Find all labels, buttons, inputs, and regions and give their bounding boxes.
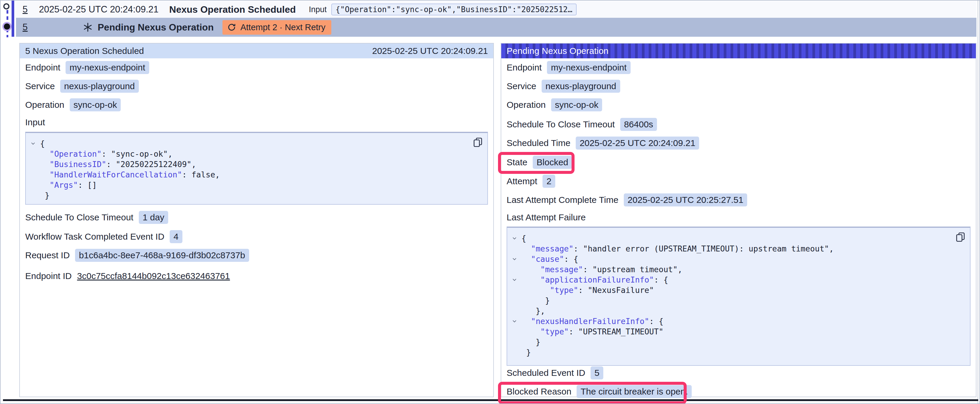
event-title: Nexus Operation Scheduled	[169, 4, 296, 15]
blocked-reason-value-chip: The circuit breaker is open.	[577, 385, 692, 398]
retry-icon	[227, 23, 236, 32]
code-line-text: {	[40, 138, 45, 149]
field-label: Operation	[25, 100, 64, 110]
field-operation: Operation sync-op-ok	[25, 98, 121, 112]
field-value-chip: 2025-02-25 UTC 20:25:27.51	[624, 193, 747, 206]
code-line-text: }	[522, 295, 550, 306]
code-line-text: "type": "NexusFailure"	[522, 285, 654, 295]
field-label: Schedule To Close Timeout	[507, 119, 615, 130]
code-gutter	[507, 244, 522, 254]
code-line-text: "Args": []	[40, 180, 97, 190]
field-label: Scheduled Event ID	[507, 368, 585, 378]
collapse-chevron-icon[interactable]	[26, 138, 40, 149]
event-row-scheduled[interactable]: 5 2025-02-25 UTC 20:24:09.21 Nexus Opera…	[16, 1, 977, 18]
retry-badge-label: Attempt 2 · Next Retry	[240, 22, 325, 32]
event-row-pending[interactable]: 5 Pending Nexus Operation Attempt 2 · Ne…	[16, 18, 977, 37]
code-gutter	[507, 295, 522, 306]
pending-asterisk-icon	[83, 22, 93, 32]
code-line-text: "cause": {	[522, 254, 578, 264]
field-label: Last Attempt Complete Time	[507, 195, 619, 205]
field-value-chip: 86400s	[620, 118, 657, 131]
retry-badge: Attempt 2 · Next Retry	[223, 20, 331, 35]
code-line-text: }	[522, 337, 541, 347]
field-value-chip: 2	[542, 175, 555, 188]
collapse-chevron-icon[interactable]	[507, 274, 522, 285]
field-label: Blocked Reason	[507, 387, 571, 397]
field-schedule-to-close: Schedule To Close Timeout 1 day	[25, 210, 168, 225]
event-timestamp: 2025-02-25 UTC 20:24:09.21	[39, 4, 158, 15]
pending-panel-header: Pending Nexus Operation	[501, 44, 976, 59]
code-gutter	[26, 149, 40, 159]
field-endpoint-id: Endpoint ID 3c0c75ccfa8144b092c13ce63246…	[25, 269, 230, 283]
last-attempt-failure-label: Last Attempt Failure	[507, 211, 586, 223]
field-label: Endpoint	[507, 62, 542, 73]
pending-id-link[interactable]: 5	[22, 22, 28, 33]
collapse-chevron-icon[interactable]	[507, 316, 522, 326]
code-line-text: }	[522, 347, 531, 358]
field-value-chip: 4	[170, 230, 182, 243]
input-json-code: { "Operation": "sync-op-ok", "BusinessID…	[26, 138, 487, 201]
code-line-text: "type": "UPSTREAM_TIMEOUT"	[522, 326, 663, 337]
field-scheduled-time: Scheduled Time 2025-02-25 UTC 20:24:09.2…	[507, 136, 699, 150]
code-line-text: "nexusHandlerFailureInfo": {	[522, 316, 663, 326]
event-id-link[interactable]: 5	[22, 4, 28, 15]
timeline-pending-marker-icon	[4, 24, 10, 30]
input-json-viewer: { "Operation": "sync-op-ok", "BusinessID…	[25, 132, 488, 205]
field-value-chip: b1c6a4bc-8ee7-468a-9169-df3b02c8737b	[75, 249, 249, 262]
code-gutter	[26, 190, 40, 201]
field-label: Service	[25, 81, 55, 91]
endpoint-id-link[interactable]: 3c0c75ccfa8144b092c13ce632463761	[77, 271, 230, 281]
field-label: Operation	[507, 100, 546, 110]
field-value-chip: sync-op-ok	[70, 98, 121, 111]
field-attempt: Attempt 2	[507, 174, 555, 189]
code-gutter	[507, 285, 522, 295]
copy-icon[interactable]	[473, 136, 483, 148]
field-schedule-to-close: Schedule To Close Timeout 86400s	[507, 117, 657, 131]
copy-icon[interactable]	[955, 231, 966, 243]
field-label: Workflow Task Completed Event ID	[25, 231, 164, 242]
pending-operation-panel: Pending Nexus Operation Endpoint my-nexu…	[501, 43, 977, 397]
history-bottom-rule	[3, 399, 978, 401]
code-line-text: "HandlerWaitForCancellation": false,	[40, 170, 220, 180]
field-value-chip: sync-op-ok	[551, 98, 602, 111]
field-scheduled-event-id: Scheduled Event ID 5	[507, 366, 603, 380]
field-operation: Operation sync-op-ok	[507, 98, 602, 112]
code-line-text: },	[522, 306, 545, 316]
code-line-text: "message": "upstream timeout",	[522, 264, 682, 274]
field-label: Schedule To Close Timeout	[25, 212, 134, 222]
pending-title: Pending Nexus Operation	[98, 22, 213, 33]
right-edge-divider	[978, 1, 978, 404]
code-line-text: "message": "handler error (UPSTREAM_TIME…	[522, 244, 834, 254]
collapse-chevron-icon[interactable]	[507, 233, 522, 244]
code-gutter	[507, 337, 522, 347]
code-line-text: "Operation": "sync-op-ok",	[40, 149, 173, 159]
field-value-chip: 1 day	[139, 211, 168, 224]
field-label: Endpoint ID	[25, 271, 72, 281]
code-gutter	[507, 264, 522, 274]
code-line-text: "BusinessID": "20250225122409",	[40, 159, 196, 170]
event-input-preview[interactable]: {"Operation":"sync-op-ok","BusinessID":"…	[331, 3, 576, 16]
field-value-chip: 2025-02-25 UTC 20:24:09.21	[576, 136, 699, 150]
field-blocked-reason: Blocked Reason The circuit breaker is op…	[507, 385, 692, 399]
code-line-text: "applicationFailureInfo": {	[522, 274, 668, 285]
event-panel-header: 5 Nexus Operation Scheduled 2025-02-25 U…	[20, 44, 493, 59]
field-service: Service nexus-playground	[25, 79, 139, 93]
code-line-text: {	[522, 233, 526, 244]
code-gutter	[507, 326, 522, 337]
collapse-chevron-icon[interactable]	[507, 254, 522, 264]
code-gutter	[26, 159, 40, 170]
selected-event-accent-bar	[11, 1, 14, 37]
workflow-history-view: 5 2025-02-25 UTC 20:24:09.21 Nexus Opera…	[0, 0, 980, 404]
field-value-chip: 5	[590, 366, 603, 379]
field-state: State Blocked	[507, 155, 572, 170]
code-line-text: }	[40, 190, 49, 201]
code-gutter	[507, 347, 522, 358]
field-value-chip: nexus-playground	[60, 80, 139, 93]
pending-panel-title: Pending Nexus Operation	[507, 46, 609, 56]
field-value-chip: nexus-playground	[542, 80, 620, 93]
field-last-attempt-complete-time: Last Attempt Complete Time 2025-02-25 UT…	[507, 193, 747, 207]
event-detail-panel: 5 Nexus Operation Scheduled 2025-02-25 U…	[19, 43, 494, 397]
code-gutter	[26, 180, 40, 190]
field-service: Service nexus-playground	[507, 79, 620, 93]
field-label: State	[507, 157, 527, 167]
